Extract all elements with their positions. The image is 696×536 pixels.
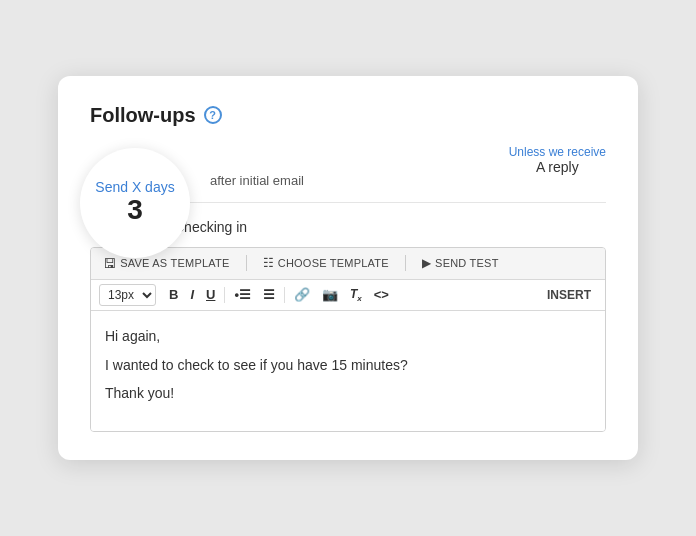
font-size-select[interactable]: 13px <box>99 284 156 306</box>
unless-block: Unless we receive A reply <box>509 145 606 175</box>
insert-button[interactable]: INSERT <box>541 286 597 304</box>
save-icon: 🖫 <box>103 256 116 271</box>
send-x-days-number: 3 <box>127 195 143 226</box>
link-button[interactable]: 🔗 <box>289 284 315 306</box>
unless-label: Unless we receive <box>509 145 606 159</box>
grid-icon: ☷ <box>263 256 274 270</box>
code-button[interactable]: <> <box>369 284 394 306</box>
send-test-button[interactable]: ▶ SEND TEST <box>418 254 503 272</box>
unordered-list-button[interactable]: •☰ <box>229 284 256 306</box>
editor-line-3: Thank you! <box>105 382 591 404</box>
ordered-list-button[interactable]: ☰ <box>258 284 280 306</box>
toolbar-separator-1 <box>246 255 247 271</box>
editor-wrapper: 🖫 SAVE AS TEMPLATE ☷ CHOOSE TEMPLATE ▶ S… <box>90 247 606 433</box>
bold-button[interactable]: B <box>164 284 183 306</box>
editor-toolbar-format: 13px B I U •☰ ☰ 🔗 📷 Tx <> INSERT <box>91 280 605 312</box>
title-row: Follow-ups ? <box>90 104 606 127</box>
image-button[interactable]: 📷 <box>317 284 343 306</box>
send-x-days-bubble[interactable]: Send X days 3 <box>80 148 190 258</box>
format-divider-1 <box>224 287 225 303</box>
underline-button[interactable]: U <box>201 284 220 306</box>
help-icon[interactable]: ? <box>204 106 222 124</box>
editor-line-1: Hi again, <box>105 325 591 347</box>
followups-card: Follow-ups ? Send X days 3 after initial… <box>58 76 638 461</box>
page-title: Follow-ups <box>90 104 196 127</box>
editor-line-2: I wanted to check to see if you have 15 … <box>105 354 591 376</box>
format-divider-2 <box>284 287 285 303</box>
send-icon: ▶ <box>422 256 431 270</box>
save-as-template-button[interactable]: 🖫 SAVE AS TEMPLATE <box>99 254 234 273</box>
italic-button[interactable]: I <box>185 284 199 306</box>
editor-content[interactable]: Hi again, I wanted to check to see if yo… <box>91 311 605 431</box>
choose-template-button[interactable]: ☷ CHOOSE TEMPLATE <box>259 254 393 272</box>
editor-toolbar-top: 🖫 SAVE AS TEMPLATE ☷ CHOOSE TEMPLATE ▶ S… <box>91 248 605 280</box>
send-x-days-label: Send X days <box>95 179 174 195</box>
toolbar-separator-2 <box>405 255 406 271</box>
unless-value: A reply <box>509 159 606 175</box>
clear-format-button[interactable]: Tx <box>345 284 367 307</box>
